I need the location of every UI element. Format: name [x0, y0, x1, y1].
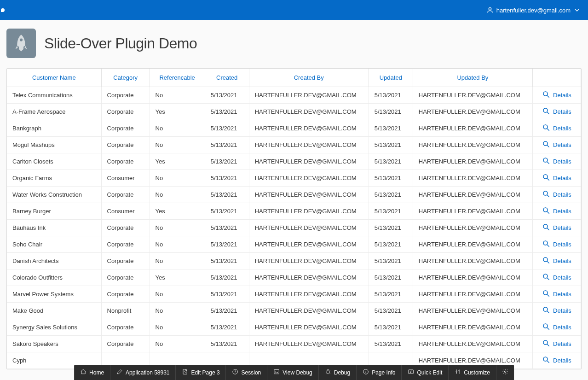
- cell-created-by: HARTENFULLER.DEV@GMAIL.COM: [249, 319, 369, 336]
- details-link[interactable]: Details: [542, 356, 571, 365]
- details-link[interactable]: Details: [542, 273, 571, 282]
- details-link[interactable]: Details: [542, 289, 571, 299]
- cell-created: 5/13/2021: [205, 203, 249, 220]
- svg-point-16: [543, 208, 548, 212]
- cell-updated: 5/13/2021: [369, 269, 413, 286]
- cell-details: Details: [532, 236, 581, 253]
- details-label: Details: [553, 92, 571, 99]
- details-link[interactable]: Details: [542, 140, 571, 150]
- dev-toolbar-gear[interactable]: [496, 365, 514, 369]
- dev-toolbar-page-info[interactable]: Page Info: [357, 365, 402, 369]
- cell-updated: 5/13/2021: [369, 137, 413, 153]
- home-icon: [80, 368, 86, 369]
- dev-toolbar-application-58931[interactable]: Application 58931: [110, 365, 176, 369]
- cell-details: Details: [532, 170, 581, 187]
- cell-created: 5/13/2021: [205, 153, 249, 170]
- details-label: Details: [553, 257, 571, 264]
- cell-created-by: HARTENFULLER.DEV@GMAIL.COM: [249, 137, 369, 153]
- cell-created: 5/13/2021: [205, 170, 249, 187]
- col-header-details: [532, 69, 581, 87]
- cell-created-by: HARTENFULLER.DEV@GMAIL.COM: [249, 120, 369, 137]
- cell-referencable: No: [150, 170, 205, 187]
- cell-category: Corporate: [101, 104, 150, 120]
- details-link[interactable]: Details: [542, 240, 571, 249]
- cell-updated: 5/13/2021: [369, 153, 413, 170]
- cell-created: 5/13/2021: [205, 236, 249, 253]
- dev-toolbar-view-debug[interactable]: View Debug: [267, 365, 319, 369]
- cell-referencable: Yes: [150, 203, 205, 220]
- svg-line-15: [547, 195, 549, 197]
- col-header-updated-by[interactable]: Updated By: [413, 69, 532, 87]
- dev-toolbar-session[interactable]: Session: [226, 365, 268, 369]
- cell-updated-by: HARTENFULLER.DEV@GMAIL.COM: [413, 269, 532, 286]
- search-icon: [542, 173, 550, 183]
- cell-created: 5/13/2021: [205, 87, 249, 104]
- details-link[interactable]: Details: [542, 157, 571, 166]
- search-icon: [542, 356, 550, 365]
- details-label: Details: [553, 108, 571, 115]
- details-link[interactable]: Details: [542, 123, 571, 133]
- col-header-customer-name[interactable]: Customer Name: [7, 69, 101, 87]
- cell-customer-name: Telex Communications: [7, 87, 101, 104]
- cell-updated: 5/13/2021: [369, 187, 413, 203]
- table-row: Soho ChairCorporateNo5/13/2021HARTENFULL…: [7, 236, 581, 253]
- table-row: Make GoodNonprofitNo5/13/2021HARTENFULLE…: [7, 303, 581, 319]
- page-icon: [6, 29, 36, 58]
- cell-updated-by: HARTENFULLER.DEV@GMAIL.COM: [413, 137, 532, 153]
- cell-created: 5/13/2021: [205, 303, 249, 319]
- details-label: Details: [553, 191, 571, 198]
- dev-toolbar-customize[interactable]: Customize: [449, 365, 496, 369]
- apex-dev-toolbar: HomeApplication 58931Edit Page 3SessionV…: [74, 365, 514, 369]
- cell-created: 5/13/2021: [205, 220, 249, 236]
- svg-line-7: [547, 129, 549, 131]
- details-link[interactable]: Details: [542, 190, 571, 199]
- dev-toolbar-home[interactable]: Home: [74, 365, 110, 369]
- details-label: Details: [553, 175, 571, 181]
- svg-line-33: [547, 344, 549, 346]
- details-link[interactable]: Details: [542, 90, 571, 100]
- details-link[interactable]: Details: [542, 256, 571, 266]
- cell-updated-by: HARTENFULLER.DEV@GMAIL.COM: [413, 220, 532, 236]
- svg-point-0: [489, 8, 491, 10]
- dev-toolbar-label: Edit Page 3: [191, 369, 220, 370]
- details-link[interactable]: Details: [542, 173, 571, 183]
- cell-customer-name: Sakoro Speakers: [7, 336, 101, 352]
- col-header-referencable[interactable]: Referencable: [150, 69, 205, 87]
- cell-referencable: No: [150, 187, 205, 203]
- cell-created-by: HARTENFULLER.DEV@GMAIL.COM: [249, 253, 369, 269]
- col-header-created[interactable]: Created: [205, 69, 249, 87]
- dev-toolbar-quick-edit[interactable]: Quick Edit: [402, 365, 449, 369]
- details-link[interactable]: Details: [542, 306, 571, 316]
- cell-customer-name: Carlton Closets: [7, 153, 101, 170]
- details-link[interactable]: Details: [542, 206, 571, 216]
- page-title: Slide-Over Plugin Demo: [44, 35, 197, 52]
- details-link[interactable]: Details: [542, 223, 571, 233]
- col-header-updated[interactable]: Updated: [369, 69, 413, 87]
- search-icon: [542, 90, 550, 100]
- table-row: Colorado OutfittersCorporateYes5/13/2021…: [7, 269, 581, 286]
- topbar: hartenfuller.dev@gmail.com: [0, 0, 588, 20]
- col-header-category[interactable]: Category: [101, 69, 150, 87]
- svg-line-5: [547, 112, 549, 114]
- col-header-created-by[interactable]: Created By: [249, 69, 369, 87]
- cell-created-by: HARTENFULLER.DEV@GMAIL.COM: [249, 203, 369, 220]
- dev-toolbar-debug[interactable]: Debug: [319, 365, 357, 369]
- svg-line-29: [547, 311, 549, 313]
- svg-line-31: [547, 327, 549, 330]
- cell-updated-by: HARTENFULLER.DEV@GMAIL.COM: [413, 153, 532, 170]
- details-link[interactable]: Details: [542, 322, 571, 332]
- details-label: Details: [553, 357, 571, 364]
- dev-toolbar-edit-page-3[interactable]: Edit Page 3: [176, 365, 226, 369]
- details-link[interactable]: Details: [542, 107, 571, 117]
- svg-line-35: [547, 361, 549, 363]
- table-row: Marvel Power SystemsCorporateNo5/13/2021…: [7, 286, 581, 303]
- user-menu-button[interactable]: hartenfuller.dev@gmail.com: [486, 6, 581, 14]
- cell-category: Consumer: [101, 203, 150, 220]
- cell-details: Details: [532, 104, 581, 120]
- bug-icon: [325, 368, 331, 369]
- svg-line-17: [547, 211, 549, 214]
- svg-line-9: [547, 145, 549, 147]
- cell-customer-name: Soho Chair: [7, 236, 101, 253]
- cell-updated-by: HARTENFULLER.DEV@GMAIL.COM: [413, 253, 532, 269]
- details-link[interactable]: Details: [542, 339, 571, 349]
